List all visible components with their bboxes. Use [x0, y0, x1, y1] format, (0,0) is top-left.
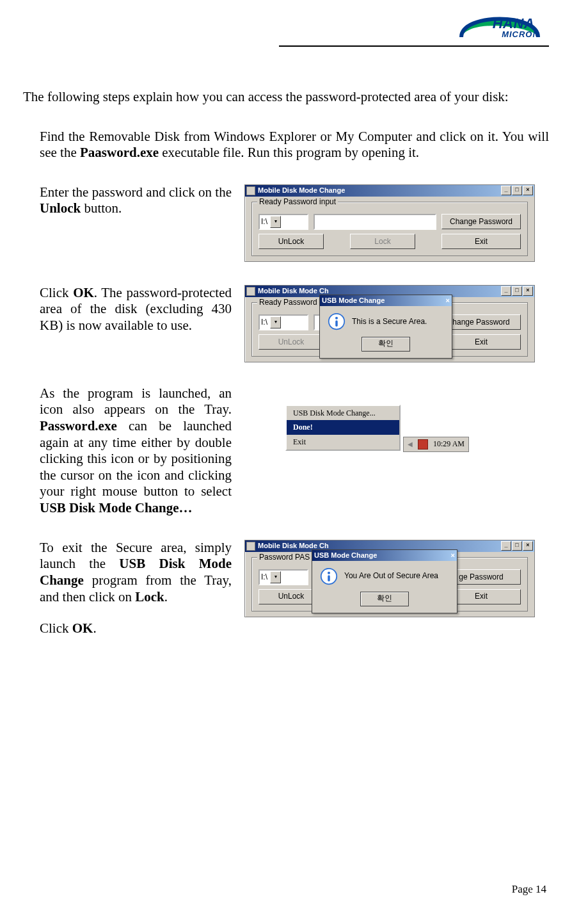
logo: HANA MICRON [450, 4, 549, 39]
screenshot-1: Mobile Disk Mode Change _ □ × Ready Pass… [244, 184, 535, 262]
close-icon[interactable]: × [451, 551, 455, 560]
chevron-down-icon: ▾ [270, 571, 281, 583]
popup-message: You Are Out of Secure Area [344, 571, 438, 581]
close-icon[interactable]: × [446, 296, 450, 305]
lock-button: Lock [350, 234, 415, 249]
system-tray: ◀ 10:29 AM [403, 437, 469, 452]
minimize-icon[interactable]: _ [501, 186, 511, 195]
svg-point-4 [328, 571, 330, 574]
ok-button[interactable]: 확인 [361, 337, 410, 352]
change-password-button[interactable]: Change Password [441, 214, 521, 229]
out-of-secure-popup: USB Mode Change× You Are Out of Secure A… [312, 549, 457, 613]
popup-title: USB Mode Change [322, 296, 385, 305]
window-title: Mobile Disk Mode Ch [258, 287, 329, 295]
groupbox-label: Ready Password input [257, 197, 338, 207]
maximize-icon[interactable]: □ [512, 186, 522, 195]
password-input[interactable] [314, 214, 436, 230]
drive-combo[interactable]: I:\▾ [258, 214, 308, 230]
screenshot-4: Mobile Disk Mode Ch _ □ × Password PAS [244, 540, 535, 617]
menu-item-done[interactable]: Done! [287, 420, 399, 435]
app-icon [246, 287, 255, 296]
svg-point-1 [335, 317, 338, 320]
secure-area-popup: USB Mode Change× This is a Secure Area. … [319, 295, 452, 359]
step2-text: Enter the password and click on the Unlo… [40, 184, 232, 217]
minimize-icon[interactable]: _ [501, 541, 511, 551]
menu-item-mode-change[interactable]: USB Disk Mode Change... [287, 406, 399, 421]
screenshot-3: USB Disk Mode Change... Done! Exit ◀ 10:… [285, 405, 535, 452]
step4-text: As the program is launched, an icon also… [40, 385, 232, 517]
drive-combo[interactable]: I:\▾ [258, 569, 308, 585]
step3-text: Click OK. The password-protected area of… [40, 285, 232, 334]
groupbox-label: Password PAS [257, 553, 312, 562]
maximize-icon[interactable]: □ [512, 286, 522, 296]
groupbox-label: Ready Password [257, 298, 319, 307]
screenshot-2: Mobile Disk Mode Ch _ □ × Ready Password [244, 285, 535, 362]
drive-combo[interactable]: I:\▾ [258, 314, 308, 330]
info-icon [320, 567, 338, 585]
maximize-icon[interactable]: □ [512, 541, 522, 551]
popup-message: This is a Secure Area. [352, 317, 427, 327]
step6-text: Click OK. [40, 620, 232, 637]
ok-button[interactable]: 확인 [360, 592, 409, 606]
unlock-button: UnLock [258, 334, 324, 350]
step1-text: Find the Removable Disk from Windows Exp… [40, 129, 549, 161]
tray-app-icon[interactable] [418, 439, 428, 450]
popup-title: USB Mode Change [314, 551, 377, 560]
exit-button[interactable]: Exit [441, 334, 521, 350]
app-icon [246, 542, 255, 551]
chevron-down-icon: ▾ [270, 216, 281, 228]
svg-rect-5 [328, 575, 330, 581]
unlock-button[interactable]: UnLock [258, 234, 324, 249]
tray-arrow-icon: ◀ [408, 441, 413, 448]
minimize-icon[interactable]: _ [501, 286, 511, 296]
intro-text: The following steps explain how you can … [23, 89, 549, 106]
info-icon [328, 312, 346, 330]
menu-item-exit[interactable]: Exit [287, 435, 399, 450]
app-icon [246, 186, 255, 195]
svg-rect-2 [335, 320, 338, 327]
close-icon[interactable]: × [523, 286, 533, 296]
window-title: Mobile Disk Mode Change [258, 186, 345, 195]
chevron-down-icon: ▾ [270, 316, 281, 328]
close-icon[interactable]: × [523, 186, 533, 195]
page-number: Page 14 [512, 883, 546, 896]
step5-text: To exit the Secure area, simply launch t… [40, 540, 232, 605]
header: HANA MICRON [23, 0, 549, 39]
exit-button[interactable]: Exit [441, 234, 521, 249]
bullet-icon [23, 620, 40, 637]
close-icon[interactable]: × [523, 541, 533, 551]
tray-clock: 10:29 AM [433, 439, 465, 449]
tray-context-menu: USB Disk Mode Change... Done! Exit [285, 405, 401, 451]
change-password-button[interactable]: hange Password [441, 314, 521, 330]
